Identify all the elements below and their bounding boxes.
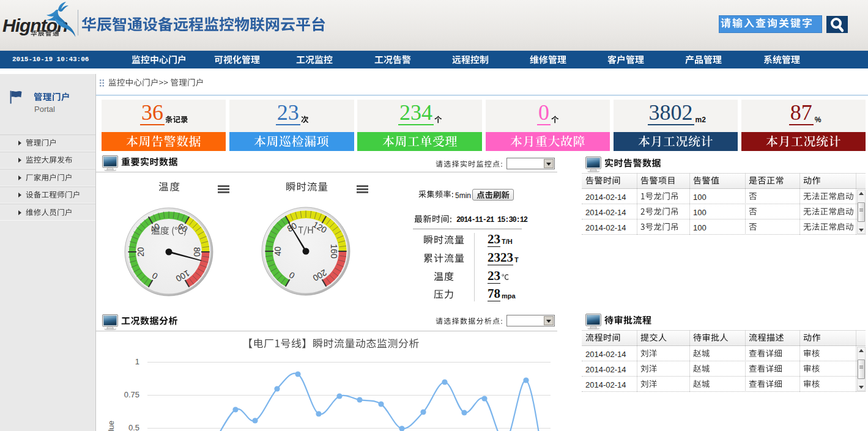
svg-text:40: 40 [273, 246, 283, 256]
svg-text:160: 160 [328, 244, 338, 259]
svg-text:1: 1 [135, 357, 139, 366]
svg-text:20: 20 [136, 247, 146, 257]
svg-text:value: value [106, 421, 116, 431]
svg-text:80: 80 [191, 247, 201, 257]
svg-text:0.5: 0.5 [128, 423, 139, 431]
svg-text:0.75: 0.75 [124, 390, 139, 399]
